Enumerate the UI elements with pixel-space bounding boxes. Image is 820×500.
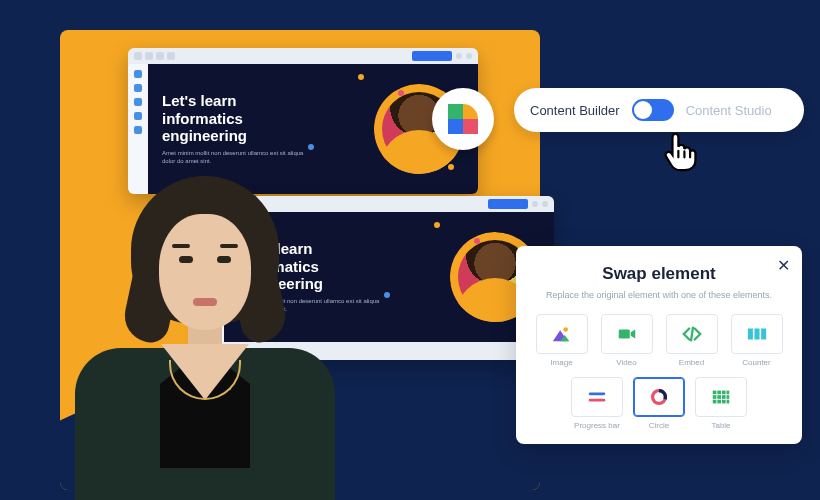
- svg-rect-11: [727, 391, 730, 395]
- svg-rect-17: [717, 400, 721, 404]
- image-icon: [551, 323, 573, 345]
- svg-rect-1: [618, 329, 629, 338]
- rail-icon[interactable]: [134, 126, 142, 134]
- swap-title: Swap element: [534, 264, 784, 284]
- svg-rect-15: [727, 395, 730, 399]
- toolbar-primary-button[interactable]: [488, 199, 528, 209]
- swap-option-video[interactable]: Video: [599, 314, 654, 367]
- close-icon[interactable]: ✕: [777, 256, 790, 275]
- svg-rect-2: [747, 329, 752, 340]
- embed-icon: [681, 323, 703, 345]
- hero-title: Let's learn informatics engineering: [162, 92, 312, 144]
- swap-element-panel: ✕ Swap element Replace the original elem…: [516, 246, 802, 444]
- svg-rect-5: [589, 392, 606, 395]
- toggle-switch[interactable]: [632, 99, 674, 121]
- progress-icon: [586, 386, 608, 408]
- svg-rect-14: [722, 395, 726, 399]
- svg-rect-19: [727, 400, 730, 404]
- svg-rect-6: [589, 399, 606, 402]
- svg-rect-12: [713, 395, 717, 399]
- swap-option-image[interactable]: Image: [534, 314, 589, 367]
- rail-icon[interactable]: [134, 112, 142, 120]
- hero-subtitle: Amet minim mollit non deserunt ullamco e…: [162, 150, 312, 166]
- rail-icon[interactable]: [134, 84, 142, 92]
- svg-rect-8: [713, 391, 717, 395]
- cursor-hand-icon: [656, 128, 700, 172]
- svg-rect-9: [717, 391, 721, 395]
- editor-toolbar: [128, 48, 478, 64]
- toggle-label-builder: Content Builder: [530, 103, 620, 118]
- circle-icon: [648, 386, 670, 408]
- svg-rect-4: [761, 329, 766, 340]
- svg-rect-13: [717, 395, 721, 399]
- swap-option-table[interactable]: Table: [695, 377, 747, 430]
- video-icon: [616, 323, 638, 345]
- toggle-label-studio: Content Studio: [686, 103, 772, 118]
- toolbar-primary-button[interactable]: [412, 51, 452, 61]
- presenter-photo: [80, 170, 330, 500]
- swap-option-circle[interactable]: Circle: [633, 377, 685, 430]
- swap-subtitle: Replace the original element with one of…: [534, 290, 784, 300]
- swap-option-counter[interactable]: Counter: [729, 314, 784, 367]
- swap-option-embed[interactable]: Embed: [664, 314, 719, 367]
- logo-icon: [448, 104, 478, 134]
- svg-rect-16: [713, 400, 717, 404]
- builder-studio-toggle[interactable]: Content Builder Content Studio: [514, 88, 804, 132]
- swap-option-progress[interactable]: Progress bar: [571, 377, 623, 430]
- app-logo: [432, 88, 494, 150]
- svg-rect-18: [722, 400, 726, 404]
- svg-rect-3: [754, 329, 759, 340]
- svg-point-0: [563, 327, 568, 332]
- rail-icon[interactable]: [134, 98, 142, 106]
- rail-icon[interactable]: [134, 70, 142, 78]
- table-icon: [710, 386, 732, 408]
- svg-rect-10: [722, 391, 726, 395]
- counter-icon: [746, 323, 768, 345]
